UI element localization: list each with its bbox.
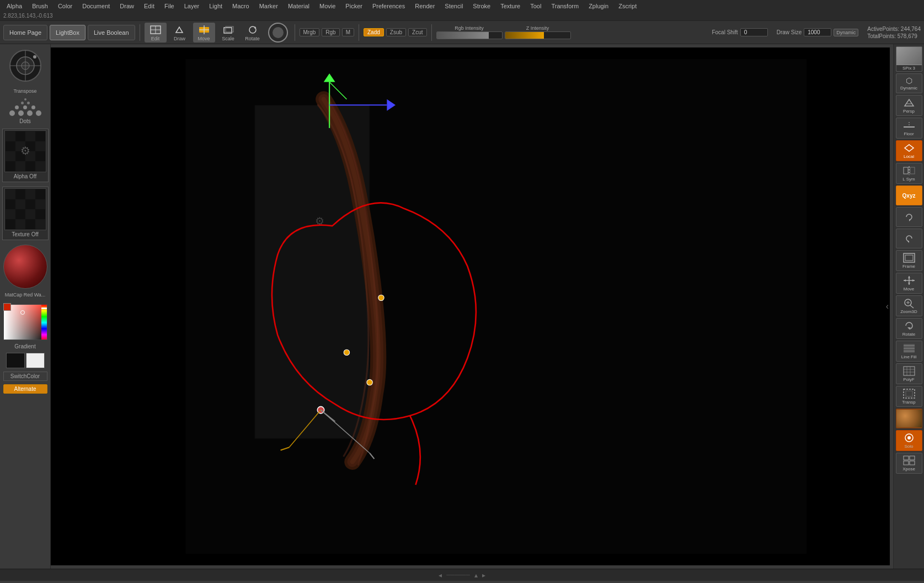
qxyz-button[interactable]: Qxyz [896,186,922,205]
gradient-swatch-white[interactable] [26,353,45,368]
menu-document[interactable]: Document [78,2,114,10]
material-preview-button[interactable] [896,409,922,428]
home-page-button[interactable]: Home Page [3,25,47,40]
rgb-intensity-slider[interactable]: Rgb Intensity [436,25,503,39]
mrgb-btn[interactable]: Mrgb [300,28,320,36]
menu-stroke[interactable]: Stroke [468,2,495,10]
active-points-label: ActivePoints: [867,26,899,32]
m-toggle[interactable]: M [342,28,354,36]
z-intensity-slider[interactable]: Z Intensity [505,25,571,39]
rotate-label: Rotate [245,36,260,41]
menu-texture[interactable]: Texture [496,2,525,10]
svg-point-85 [907,436,911,439]
solo-button[interactable]: Solo [896,430,922,451]
rotate-tool[interactable]: Rotate [242,23,264,43]
color-picker[interactable] [3,303,47,340]
z-intensity-track[interactable] [505,31,571,39]
zadd-btn[interactable]: Zadd [364,28,384,36]
svg-marker-59 [907,241,909,243]
lsym-icon [902,165,916,176]
menu-zscript[interactable]: Zscript [614,2,641,10]
lightbox-button[interactable]: LightBox [50,25,86,40]
scale-tool[interactable]: Scale [217,23,239,43]
local-button[interactable]: Local [896,140,922,161]
dynamic-button[interactable]: ⬡ Dynamic [896,73,922,93]
menu-zplugin[interactable]: Zplugin [584,2,613,10]
gradient-swatch-black[interactable] [6,353,25,368]
alternate-button[interactable]: Alternate [3,384,47,394]
menu-macro[interactable]: Macro [228,2,254,10]
line-fill-label: Line Fill [901,354,917,359]
rotate-cw-button[interactable] [896,207,922,227]
draw-size-value[interactable]: 1000 [804,28,831,36]
menu-color[interactable]: Color [54,2,77,10]
rgb-btn[interactable]: Rgb [322,28,339,36]
edit-tool[interactable]: Edit [145,23,167,43]
dynamic-btn[interactable]: Dynamic [834,29,858,36]
bottom-arrow-right[interactable]: ▸ [482,571,485,579]
xpose-button[interactable]: Xpose [896,453,922,474]
floor-button[interactable]: Floor [896,118,922,139]
mrgb-toggle[interactable]: Mrgb [300,28,320,36]
alpha-panel[interactable]: ⚙ Alpha Off [2,129,49,182]
brush-preview[interactable] [268,23,288,43]
hue-strip[interactable] [41,305,47,340]
menu-stencil[interactable]: Stencil [440,2,467,10]
transpose-widget[interactable] [6,46,45,85]
bottom-arrow-left[interactable]: ◂ [439,571,442,579]
menu-transform[interactable]: Transform [547,2,583,10]
zcut-btn[interactable]: Zcut [408,28,426,36]
texture-panel[interactable]: Texture Off [2,187,49,240]
menu-layer[interactable]: Layer [180,2,204,10]
switch-color-button[interactable]: SwitchColor [3,372,47,381]
spix-button[interactable]: SPix 3 [896,46,922,72]
persp-button[interactable]: Persp [896,95,922,116]
m-btn[interactable]: M [342,28,354,36]
zoom3d-button[interactable]: Zoom3D [896,295,922,316]
gradient-swatches [6,353,45,368]
menu-tool[interactable]: Tool [526,2,546,10]
menu-file[interactable]: File [160,2,179,10]
svg-rect-30 [6,209,15,219]
floor-label: Floor [904,131,914,136]
frame-button[interactable]: Frame [896,250,922,271]
matcap-ball[interactable] [3,245,47,289]
draw-tool[interactable]: Draw [169,23,191,43]
svg-rect-57 [910,167,915,174]
menu-preferences[interactable]: Preferences [368,2,409,10]
rotate-cw-icon [904,211,915,222]
menu-render[interactable]: Render [410,2,439,10]
rgb-intensity-track[interactable] [436,31,503,39]
expand-arrow[interactable]: ‹ [886,301,889,311]
rotate-view-button[interactable]: Rotate [896,318,922,339]
lsym-button[interactable]: L Sym [896,163,922,184]
menu-alpha[interactable]: Alpha [2,2,26,10]
rotate-ccw-button[interactable] [896,229,922,248]
svg-point-44 [367,379,372,385]
transp-button[interactable]: Transp [896,386,922,407]
menu-material[interactable]: Material [284,2,314,10]
move-button[interactable]: Move [896,273,922,294]
live-boolean-button[interactable]: Live Boolean [88,25,135,40]
polyf-button[interactable]: PolyF [896,363,922,384]
menu-light[interactable]: Light [205,2,227,10]
move-tool[interactable]: Move [193,23,215,43]
menu-picker[interactable]: Picker [341,2,367,10]
persp-label: Persp [903,109,915,114]
menu-edit[interactable]: Edit [140,2,159,10]
menu-brush[interactable]: Brush [28,2,52,10]
rgb-toggle[interactable]: Rgb [322,28,339,36]
canvas-area[interactable]: ⚙ ‹ [51,47,890,565]
svg-point-14 [33,55,36,59]
focal-shift-value[interactable]: 0 [740,28,768,36]
line-fill-button[interactable]: Line Fill [896,341,922,362]
menu-draw[interactable]: Draw [115,2,138,10]
foreground-color[interactable] [3,303,11,311]
bottom-arrow-up[interactable]: ▴ [474,571,478,579]
active-points-display: ActivePoints: 244,764 [867,26,921,32]
menu-movie[interactable]: Movie [315,2,340,10]
menu-marker[interactable]: Marker [255,2,282,10]
matcap-label: MatCap Red Wa... [5,291,46,299]
zsub-btn[interactable]: Zsub [386,28,406,36]
rotate-view-icon [902,320,916,331]
